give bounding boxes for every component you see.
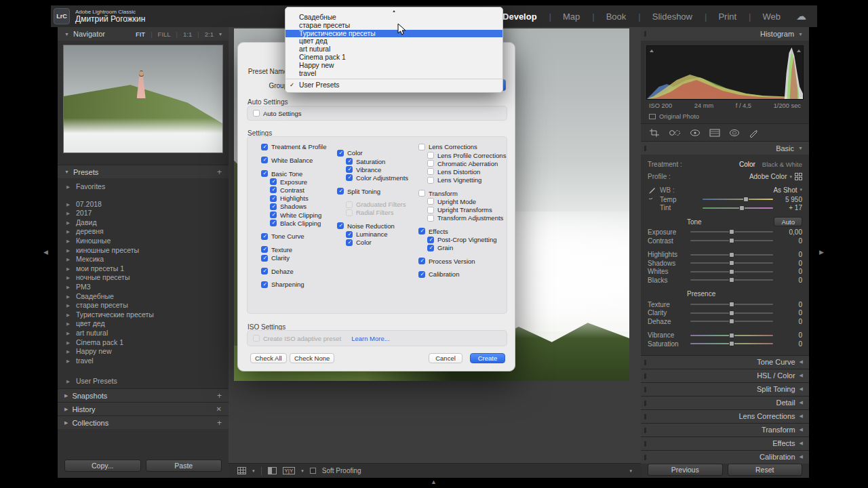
adjustment-brush-tool-icon[interactable] [749, 128, 760, 138]
setting-checkbox[interactable]: Noise Reduction [337, 222, 417, 230]
checkbox-icon[interactable] [427, 198, 434, 205]
checkbox-icon[interactable] [261, 255, 268, 262]
treatment-color-option[interactable]: Color [739, 161, 755, 168]
zoom-option[interactable]: 2:1 [195, 30, 216, 38]
preset-group-item[interactable]: ▶ 07.2018 [58, 200, 229, 209]
disclosure-right-icon[interactable]: ▶ [66, 200, 70, 209]
slider-track[interactable] [690, 231, 773, 232]
preset-group-item[interactable]: ▶ старае пресеты [58, 301, 229, 310]
slider-row[interactable]: Saturation 0 [648, 340, 802, 348]
slider-thumb[interactable] [729, 310, 734, 316]
add-collection-button[interactable]: + [217, 418, 222, 428]
check-none-button[interactable]: Check None [290, 353, 334, 363]
menu-item[interactable]: ✓ travel [285, 70, 502, 78]
filmstrip-reveal-arrow[interactable]: ▲ [431, 479, 437, 485]
highlight-clipping-icon[interactable] [795, 47, 802, 54]
profile-value[interactable]: Adobe Color [749, 173, 787, 180]
profile-row[interactable]: Profile : Adobe Color ▾ [648, 170, 802, 183]
setting-checkbox[interactable]: Highlights [270, 195, 334, 202]
panel-header[interactable]: Split Toning ◀ [641, 382, 809, 396]
setting-checkbox[interactable]: Color [337, 150, 417, 157]
profile-browser-icon[interactable] [795, 173, 802, 180]
disclosure-right-icon[interactable]: ▶ [66, 292, 70, 302]
setting-checkbox[interactable]: Lens Corrections [418, 144, 507, 151]
setting-checkbox[interactable]: Basic Tone [261, 170, 334, 178]
setting-checkbox[interactable]: Split Toning [337, 188, 417, 195]
panel-header[interactable]: Detail ◀ [641, 396, 809, 409]
disclosure-right-icon[interactable]: ▶ [66, 227, 70, 237]
setting-checkbox[interactable]: Color [346, 239, 417, 247]
setting-checkbox[interactable]: Shadows [270, 203, 334, 211]
module-tab[interactable]: Map [543, 12, 587, 22]
wb-value[interactable]: As Shot [773, 186, 797, 194]
cancel-button[interactable]: Cancel [429, 353, 462, 363]
checkbox-icon[interactable] [418, 190, 425, 197]
slider-row[interactable]: Vibrance 0 [648, 331, 802, 340]
yy-caret-icon[interactable]: ▾ [301, 468, 304, 474]
original-photo-row[interactable]: Original Photo [641, 111, 809, 121]
panel-header[interactable]: Tone Curve ◀ [641, 355, 809, 369]
checkbox-icon[interactable] [261, 246, 268, 253]
slider-thumb[interactable] [739, 205, 745, 211]
preset-group-item[interactable]: ▶ Давид [58, 218, 229, 228]
setting-checkbox[interactable]: Upright Mode [427, 198, 507, 205]
slider-track[interactable] [690, 254, 773, 256]
radial-filter-tool-icon[interactable] [729, 128, 740, 138]
setting-checkbox[interactable]: Transform [418, 190, 507, 197]
toolbar-options-caret-icon[interactable]: ▾ [629, 468, 632, 474]
setting-checkbox[interactable]: Effects [418, 228, 507, 235]
histogram-header[interactable]: Histogram ▼ [641, 27, 809, 41]
checkbox-icon[interactable] [346, 231, 353, 238]
slider-row[interactable]: Contrast 0 [648, 237, 802, 245]
checkbox-icon[interactable] [427, 237, 434, 243]
preset-group-item[interactable]: ▶ цвет дед [58, 319, 229, 329]
menu-item[interactable]: ✓ Cinema pack 1 [285, 54, 502, 62]
setting-checkbox[interactable]: Exposure [270, 178, 334, 186]
redeye-tool-icon[interactable] [690, 128, 701, 138]
preset-group-item[interactable]: ▶ ночные пресеты [58, 273, 229, 283]
checkbox-icon[interactable] [261, 233, 268, 240]
setting-checkbox[interactable]: Texture [261, 246, 334, 253]
setting-checkbox[interactable]: Lens Profile Corrections [427, 152, 507, 159]
setting-checkbox[interactable]: Grain [427, 244, 507, 251]
module-tab[interactable]: Slideshow [632, 12, 698, 22]
yy-view-icon[interactable]: Y|Y [283, 467, 296, 474]
slider-row[interactable]: Dehaze 0 [648, 317, 802, 326]
menu-item[interactable]: ✓ Туристические пресеты [285, 30, 502, 38]
checkbox-icon[interactable] [418, 258, 425, 264]
checkbox-icon[interactable] [427, 160, 434, 167]
menu-item[interactable]: ✓ цвет дед [285, 37, 502, 45]
zoom-option[interactable]: FILL [148, 30, 173, 38]
checkbox-icon[interactable] [337, 222, 344, 229]
history-header[interactable]: ▶ History ✕ [58, 402, 229, 415]
setting-checkbox[interactable]: Calibration [418, 271, 507, 279]
slider-thumb[interactable] [743, 197, 749, 202]
panel-header[interactable]: Lens Corrections ◀ [641, 409, 809, 423]
preset-group-item[interactable]: ▶ travel [58, 357, 229, 366]
checkbox-icon[interactable] [261, 268, 268, 274]
learn-more-link[interactable]: Learn More... [351, 335, 390, 342]
setting-checkbox[interactable]: Radial Filters [346, 209, 417, 217]
panel-header[interactable]: Calibration ◀ [641, 450, 809, 464]
disclosure-right-icon[interactable]: ▶ [66, 273, 70, 283]
slider-row[interactable]: Shadows 0 [648, 259, 802, 268]
setting-checkbox[interactable]: Lens Distortion [427, 168, 507, 176]
checkbox-icon[interactable] [261, 170, 268, 177]
checkbox-icon[interactable] [270, 195, 277, 202]
checkbox-icon[interactable] [427, 245, 434, 251]
slider-track[interactable] [690, 262, 773, 264]
graduated-filter-tool-icon[interactable] [709, 128, 720, 138]
clear-history-button[interactable]: ✕ [216, 405, 222, 413]
setting-checkbox[interactable]: White Balance [261, 157, 334, 164]
slider-thumb[interactable] [729, 260, 734, 266]
disclosure-right-icon[interactable]: ▶ [66, 283, 70, 292]
grid-view-caret-icon[interactable]: ▾ [252, 468, 255, 474]
wb-caret-icon[interactable]: ▾ [800, 187, 802, 192]
menu-item[interactable]: ✓ старае пресеты [285, 22, 502, 30]
slider-track[interactable] [690, 240, 773, 241]
slider-thumb[interactable] [729, 238, 734, 243]
basic-panel-header[interactable]: Basic ▼ [641, 141, 809, 155]
setting-checkbox[interactable]: White Clipping [270, 211, 334, 219]
collections-header[interactable]: ▶ Collections + [58, 415, 229, 429]
setting-checkbox[interactable]: Black Clipping [270, 220, 334, 227]
